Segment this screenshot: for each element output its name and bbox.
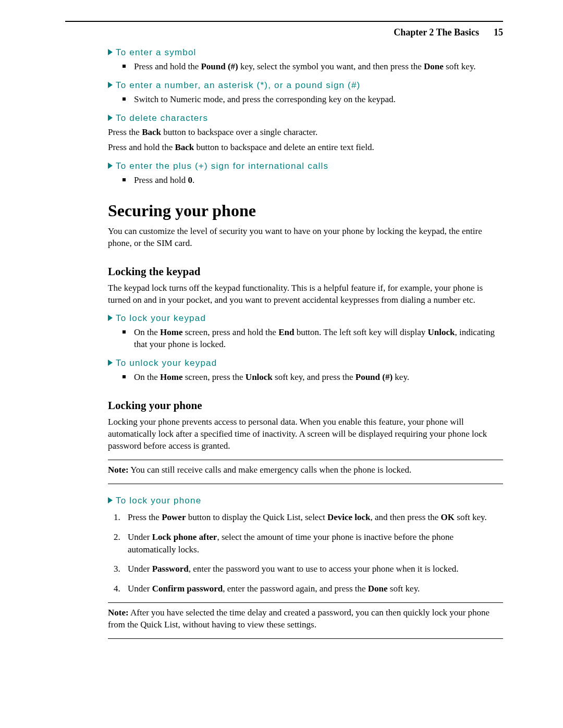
text: key, select the symbol you want, and the… — [238, 61, 424, 71]
bold-text: Pound (#) — [201, 61, 238, 71]
triangle-icon — [108, 360, 113, 366]
numbered-steps: Press the Power button to display the Qu… — [108, 511, 503, 595]
heading-enter-symbol: To enter a symbol — [108, 47, 503, 58]
bold-text: Unlock — [427, 327, 455, 337]
page-header: Chapter 2 The Basics 15 — [65, 27, 503, 38]
text: button to backspace over a single charac… — [161, 127, 317, 137]
text: , and then press the — [371, 512, 441, 522]
text: screen, press and hold the — [182, 327, 278, 337]
subsection-heading-locking-phone: Locking your phone — [108, 399, 503, 412]
page-content: To enter a symbol Press and hold the Pou… — [65, 47, 503, 639]
heading-lock-keypad: To lock your keypad — [108, 313, 503, 324]
note-rule — [108, 638, 503, 639]
text: Press and hold the — [108, 142, 175, 152]
bold-text: Home — [160, 372, 182, 382]
bold-text: Lock phone after — [152, 532, 217, 542]
text: Under — [128, 532, 152, 542]
step-item: Under Confirm password, enter the passwo… — [123, 583, 503, 595]
bold-text: Back — [175, 142, 194, 152]
text: , enter the password again, and press th… — [223, 584, 368, 594]
chapter-title: Chapter 2 The Basics — [394, 27, 479, 38]
text: Under — [128, 584, 152, 594]
heading-text: To lock your phone — [116, 496, 201, 505]
list-item: Press and hold 0. — [123, 175, 503, 187]
text: soft key, and press the — [273, 372, 356, 382]
heading-text: To enter a number, an asterisk (*), or a… — [116, 80, 360, 90]
heading-text: To unlock your keypad — [116, 358, 217, 368]
text: screen, press the — [182, 372, 245, 382]
list-item: Switch to Numeric mode, and press the co… — [123, 94, 503, 106]
top-rule — [65, 21, 503, 22]
bold-text: OK — [441, 512, 455, 522]
note-rule — [108, 602, 503, 603]
text: soft key. — [388, 584, 420, 594]
bold-text: Power — [162, 512, 186, 522]
step-item: Press the Power button to display the Qu… — [123, 511, 503, 524]
heading-delete-chars: To delete characters — [108, 113, 503, 124]
step-item: Under Password, enter the password you w… — [123, 563, 503, 575]
bold-text: Confirm password — [152, 584, 223, 594]
heading-unlock-keypad: To unlock your keypad — [108, 358, 503, 368]
text: soft key. — [444, 61, 476, 71]
bold-text: Done — [424, 61, 444, 71]
paragraph: The keypad lock turns off the keypad fun… — [108, 282, 503, 306]
triangle-icon — [108, 49, 113, 55]
note-rule — [108, 460, 503, 460]
text: Press and hold — [134, 175, 188, 185]
text: soft key. — [455, 512, 487, 522]
bold-text: Device lock — [327, 512, 371, 522]
document-page: Chapter 2 The Basics 15 To enter a symbo… — [0, 0, 563, 728]
text: On the — [134, 372, 160, 382]
heading-text: To delete characters — [116, 113, 208, 123]
triangle-icon — [108, 163, 113, 169]
note-text: After you have selected the time delay a… — [108, 608, 489, 630]
text: On the — [134, 327, 160, 337]
triangle-icon — [108, 315, 113, 321]
bold-text: Back — [142, 127, 161, 137]
heading-enter-plus: To enter the plus (+) sign for internati… — [108, 161, 503, 171]
heading-text: To lock your keypad — [116, 313, 206, 323]
text: Switch to Numeric mode, and press the co… — [134, 94, 396, 104]
bullet-list: On the Home screen, press the Unlock sof… — [108, 372, 503, 384]
note-text: You can still receive calls and make eme… — [129, 465, 412, 475]
text: Press the — [108, 127, 142, 137]
heading-lock-phone: To lock your phone — [108, 496, 503, 506]
note-paragraph: Note: After you have selected the time d… — [108, 607, 503, 631]
text: key. — [393, 372, 409, 382]
text: Under — [128, 564, 152, 574]
bold-text: Pound (#) — [356, 372, 393, 382]
note-paragraph: Note: You can still receive calls and ma… — [108, 464, 503, 476]
bold-text: Password — [152, 564, 189, 574]
triangle-icon — [108, 497, 113, 503]
bold-text: Done — [368, 584, 388, 594]
section-heading-securing: Securing your phone — [108, 201, 503, 220]
bullet-list: Press and hold 0. — [108, 175, 503, 187]
triangle-icon — [108, 115, 113, 121]
paragraph: Press and hold the Back button to backsp… — [108, 142, 503, 154]
text: Press and hold the — [134, 61, 201, 71]
triangle-icon — [108, 82, 113, 88]
text: , enter the password you want to use to … — [189, 564, 459, 574]
note-rule — [108, 484, 503, 484]
page-number: 15 — [494, 27, 503, 38]
bullet-list: On the Home screen, press and hold the E… — [108, 327, 503, 351]
heading-text: To enter the plus (+) sign for internati… — [116, 161, 328, 171]
text: button to backspace and delete an entire… — [194, 142, 374, 152]
bold-text: End — [278, 327, 294, 337]
list-item: Press and hold the Pound (#) key, select… — [123, 61, 503, 73]
list-item: On the Home screen, press the Unlock sof… — [123, 372, 503, 384]
note-label: Note: — [108, 608, 129, 618]
text: button. The left soft key will display — [294, 327, 427, 337]
paragraph: Press the Back button to backspace over … — [108, 127, 503, 139]
text: . — [192, 175, 194, 185]
paragraph: You can customize the level of security … — [108, 226, 503, 250]
step-item: Under Lock phone after, select the amoun… — [123, 531, 503, 556]
text: Press the — [128, 512, 162, 522]
note-label: Note: — [108, 465, 129, 475]
bold-text: 0 — [188, 175, 192, 185]
text: button to display the Quick List, select — [186, 512, 327, 522]
bold-text: Home — [160, 327, 182, 337]
list-item: On the Home screen, press and hold the E… — [123, 327, 503, 351]
bullet-list: Press and hold the Pound (#) key, select… — [108, 61, 503, 73]
bullet-list: Switch to Numeric mode, and press the co… — [108, 94, 503, 106]
